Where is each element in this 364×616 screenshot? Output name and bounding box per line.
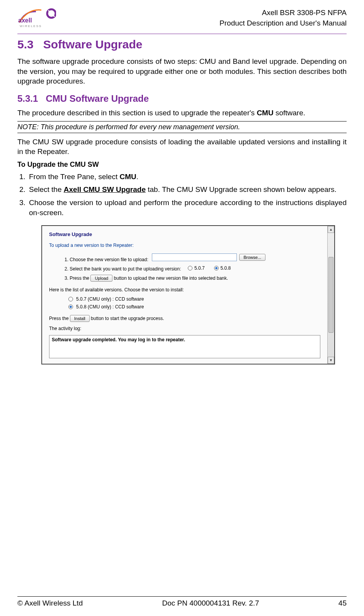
bank-option-508[interactable]: 5.0.8 [214, 265, 231, 271]
upload-step-1: 1. Choose the new version file to upload… [65, 253, 320, 262]
software-upgrade-panel: Software Upgrade To upload a new version… [41, 225, 335, 364]
section-title: 5.3 Software Upgrade [17, 38, 347, 51]
procedure-subhead: To Upgrade the CMU SW [17, 161, 347, 169]
header-doc-title: Axell BSR 3308-PS NFPA Product Descripti… [219, 8, 347, 28]
radio-icon [68, 297, 73, 301]
activity-log: Software upgrade completed. You may log … [49, 335, 320, 358]
subsection-para2: The CMU SW upgrade procedure consists of… [17, 137, 347, 157]
header-divider [17, 34, 347, 34]
activity-log-label: The activity log: [49, 326, 320, 331]
version-option-507[interactable]: 5.0.7 (CMU only) : CCD software [68, 296, 320, 302]
scroll-thumb[interactable] [328, 257, 333, 333]
vertical-scrollbar[interactable]: ▲ ▼ [327, 226, 334, 364]
svg-text:WIRELESS: WIRELESS [20, 24, 42, 28]
version-list: 5.0.7 (CMU only) : CCD software 5.0.8 (C… [49, 296, 320, 310]
radio-icon [214, 266, 219, 270]
footer-doc: Doc PN 4000004131 Rev. 2.7 [162, 599, 259, 607]
steps-list: From the Tree Pane, select CMU. Select t… [17, 172, 347, 218]
footer-copyright: © Axell Wireless Ltd [17, 599, 83, 607]
note: NOTE: This procedure is performed for ev… [17, 121, 347, 133]
logo: axell WIRELESS [17, 8, 56, 29]
panel-heading: Software Upgrade [49, 231, 320, 237]
upload-steps: 1. Choose the new version file to upload… [49, 253, 320, 282]
upload-step-3: 3. Press the Upload button to upload the… [65, 275, 320, 282]
radio-icon [188, 266, 192, 270]
subsection-title: 5.3.1 CMU Software Upgrade [17, 93, 347, 104]
axell-logo-icon: axell WIRELESS [17, 8, 56, 29]
header-line2: Product Description and User's Manual [219, 18, 347, 29]
scroll-up-icon[interactable]: ▲ [328, 226, 334, 233]
bank-option-507[interactable]: 5.0.7 [188, 265, 205, 271]
step-1: From the Tree Pane, select CMU. [27, 172, 347, 182]
subsection-para1: The procedure described in this section … [17, 108, 347, 118]
footer-page: 45 [338, 599, 347, 607]
section-intro: The software upgrade procedure consists … [17, 56, 347, 86]
upload-button[interactable]: Upload [90, 275, 112, 282]
header-line1: Axell BSR 3308-PS NFPA [219, 8, 347, 18]
page-footer: © Axell Wireless Ltd Doc PN 4000004131 R… [17, 596, 347, 607]
panel-subtitle: To upload a new version to the Repeater: [49, 243, 320, 248]
page-header: axell WIRELESS Axell BSR 3308-PS NFPA Pr… [17, 8, 347, 32]
step-2: Select the Axell CMU SW Upgrade tab. The… [27, 185, 347, 195]
scroll-down-icon[interactable]: ▼ [328, 357, 334, 364]
install-line: Press the Install button to start the up… [49, 315, 320, 322]
install-button[interactable]: Install [70, 315, 90, 322]
choose-version-text: Here is the list of available versions. … [49, 287, 320, 293]
upload-step-2: 2. Select the bank you want to put the u… [65, 265, 320, 272]
step-3: Choose the version to upload and perform… [27, 198, 347, 217]
file-path-input[interactable] [152, 253, 237, 261]
version-option-508[interactable]: 5.0.8 (CMU only) : CCD software [68, 304, 320, 310]
embedded-screenshot: Software Upgrade To upload a new version… [41, 225, 335, 364]
radio-icon [68, 305, 73, 309]
svg-text:axell: axell [18, 17, 32, 24]
browse-button[interactable]: Browse... [239, 254, 265, 261]
